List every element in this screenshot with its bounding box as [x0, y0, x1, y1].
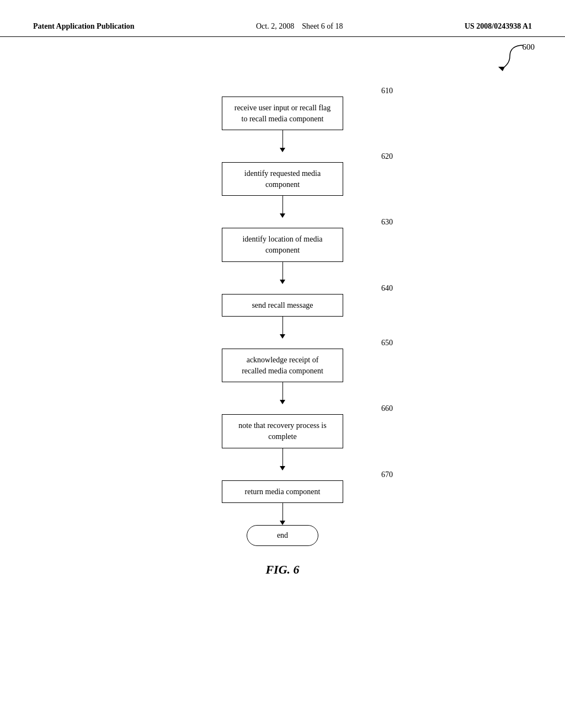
arrow-line	[282, 130, 283, 148]
step-620-box: identify requested mediacomponent	[222, 162, 343, 196]
arrow-620-630	[280, 196, 285, 218]
step-630-box: identify location of mediacomponent	[222, 228, 343, 261]
step-630-label: 630	[381, 218, 393, 227]
arrow-610-620	[280, 130, 285, 152]
step-650: 650 acknowledge receipt ofrecalled media…	[222, 339, 343, 382]
arrow-head	[280, 148, 285, 152]
reference-600-container: 600	[491, 42, 535, 78]
end-oval: end	[247, 525, 318, 546]
arrow-head	[280, 334, 285, 339]
publication-date-sheet: Oct. 2, 2008 Sheet 6 of 18	[256, 22, 343, 31]
arrow-650-660	[280, 382, 285, 404]
step-630: 630 identify location of mediacomponent	[222, 218, 343, 261]
main-content: 600 610 receive user input or recall fla…	[0, 37, 565, 577]
arrow-line	[282, 196, 283, 213]
step-640: 640 send recall message	[222, 284, 343, 317]
figure-label: FIG. 6	[265, 563, 299, 577]
arrow-line	[282, 262, 283, 280]
ref-600-label: 600	[523, 42, 535, 52]
step-650-label: 650	[381, 339, 393, 347]
arrow-head	[280, 280, 285, 284]
step-660: 660 note that recovery process iscomplet…	[222, 404, 343, 448]
page-header: Patent Application Publication Oct. 2, 2…	[0, 0, 565, 37]
step-640-box: send recall message	[222, 294, 343, 317]
step-660-box: note that recovery process iscomplete	[222, 414, 343, 448]
step-670-label: 670	[381, 470, 393, 479]
step-610-label: 610	[381, 87, 393, 95]
step-670-box: return media component	[222, 480, 343, 504]
arrow-660-670	[280, 448, 285, 470]
arrow-630-640	[280, 262, 285, 284]
flowchart: 610 receive user input or recall flagto …	[222, 87, 343, 546]
step-610: 610 receive user input or recall flagto …	[222, 87, 343, 130]
step-620: 620 identify requested mediacomponent	[222, 152, 343, 196]
step-610-box: receive user input or recall flagto reca…	[222, 97, 343, 130]
arrow-line	[282, 448, 283, 466]
step-670: 670 return media component	[222, 470, 343, 504]
sheet-number: Sheet 6 of 18	[302, 22, 343, 30]
svg-marker-0	[498, 67, 505, 71]
end-label: end	[277, 531, 288, 539]
step-660-label: 660	[381, 404, 393, 413]
step-620-label: 620	[381, 152, 393, 161]
step-650-box: acknowledge receipt ofrecalled media com…	[222, 349, 343, 382]
arrow-670-end	[280, 503, 285, 525]
publication-date: Oct. 2, 2008	[256, 22, 294, 30]
arrow-head	[280, 213, 285, 218]
arrow-line	[282, 382, 283, 400]
arrow-head	[280, 466, 285, 470]
arrow-head	[280, 400, 285, 404]
arrow-head	[280, 521, 285, 525]
publication-title: Patent Application Publication	[33, 22, 135, 31]
step-640-label: 640	[381, 284, 393, 293]
patent-number: US 2008/0243938 A1	[465, 22, 532, 31]
arrow-640-650	[280, 317, 285, 339]
arrow-line	[282, 317, 283, 334]
arrow-line	[282, 503, 283, 521]
